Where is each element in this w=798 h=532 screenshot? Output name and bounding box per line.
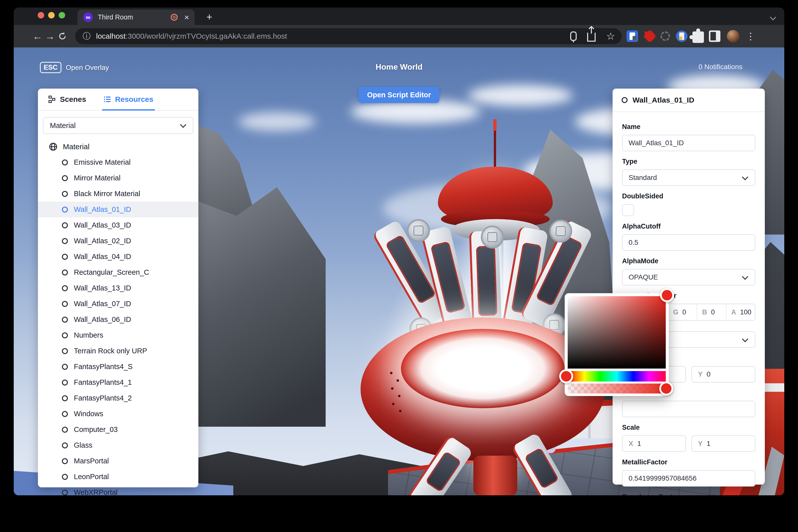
tab-scenes[interactable]: Scenes: [49, 89, 86, 110]
channel-a-input[interactable]: A100: [726, 304, 755, 320]
material-circle-icon: [62, 238, 68, 244]
channel-b-input[interactable]: B0: [697, 304, 726, 320]
titlebar: ∞ Third Room × +: [14, 7, 784, 25]
close-window-button[interactable]: [38, 12, 44, 18]
alpha-slider[interactable]: [568, 383, 666, 394]
list-item-label: Wall_Atlas_13_ID: [74, 284, 131, 292]
tree-root-material[interactable]: Material: [38, 136, 198, 154]
channel-g-input[interactable]: G0: [668, 304, 697, 320]
channel-value: 0: [711, 308, 715, 316]
world-title: Home World: [376, 62, 422, 72]
scale-y-input[interactable]: Y1: [691, 435, 755, 452]
torus-ring-light: [401, 329, 565, 408]
tab-resources[interactable]: Resources: [103, 89, 153, 110]
scene-hierarchy-icon: [49, 96, 56, 103]
material-circle-icon: [62, 364, 68, 370]
material-circle-icon: [62, 207, 68, 213]
hue-handle[interactable]: [559, 369, 573, 383]
tower-lower-cylinder: [473, 456, 517, 495]
list-item[interactable]: Terrain Rock only URP: [38, 343, 198, 359]
material-list: Emissive MaterialMirror MaterialBlack Mi…: [38, 154, 198, 495]
list-item[interactable]: FantasyPlants4_S: [38, 359, 198, 375]
extensions-puzzle-icon[interactable]: [692, 32, 704, 43]
hue-slider[interactable]: [568, 371, 666, 382]
red-diamond-extension-icon[interactable]: [643, 30, 657, 43]
scale-x-value: 1: [637, 440, 641, 448]
reload-button[interactable]: [56, 30, 69, 42]
share-icon[interactable]: [587, 33, 596, 42]
metallic-factor-input[interactable]: 0.5419999957084656: [622, 470, 755, 487]
material-circle-icon: [62, 317, 68, 323]
saturation-value-area[interactable]: [568, 296, 666, 368]
site-info-icon[interactable]: ⓘ: [82, 31, 91, 42]
microphone-icon[interactable]: [570, 32, 577, 41]
name-input[interactable]: Wall_Atlas_01_ID: [622, 135, 755, 151]
list-item[interactable]: Wall_Atlas_01_ID: [38, 202, 198, 217]
list-item[interactable]: Numbers: [38, 327, 198, 343]
list-item[interactable]: Wall_Atlas_03_ID: [38, 217, 198, 233]
material-circle-icon: [62, 191, 68, 197]
list-item[interactable]: Wall_Atlas_07_ID: [38, 296, 198, 312]
list-item[interactable]: Glass: [38, 437, 198, 453]
recycle-extension-icon[interactable]: [660, 31, 671, 42]
url-bar[interactable]: ⓘ localhost:3000/world/!vjrzmTVOcyIsLgaA…: [75, 28, 622, 44]
material-circle-icon: [62, 159, 68, 166]
browser-tab[interactable]: ∞ Third Room ×: [77, 10, 195, 25]
panel-tabs: Scenes Resources: [38, 89, 198, 111]
browser-menu-icon[interactable]: ⋮: [746, 31, 755, 42]
list-item[interactable]: Wall_Atlas_13_ID: [38, 280, 198, 296]
alpha-mode-select[interactable]: OPAQUE: [622, 269, 755, 285]
material-circle-icon: [62, 348, 68, 354]
sv-handle[interactable]: [660, 288, 674, 302]
globe-icon: [49, 142, 57, 151]
resource-type-select[interactable]: Material: [43, 117, 193, 134]
list-item[interactable]: Rectangular_Screen_C: [38, 265, 198, 280]
list-item[interactable]: LeonPortal: [38, 469, 198, 484]
browser-toolbar: ← → ⓘ localhost:3000/world/!vjrzmTVOcyIs…: [14, 25, 784, 48]
notifications-counter[interactable]: 0 Notifications: [699, 63, 742, 71]
document-extension-icon[interactable]: [676, 31, 687, 42]
scale-label: Scale: [622, 424, 755, 432]
alpha-cutoff-input[interactable]: 0.5: [622, 234, 755, 251]
list-item[interactable]: Emissive Material: [38, 154, 198, 170]
tab-search-chevron-icon[interactable]: [770, 14, 776, 20]
sidebar-toggle-icon[interactable]: [709, 31, 720, 42]
fullscreen-window-button[interactable]: [59, 12, 65, 18]
list-item[interactable]: Mirror Material: [38, 170, 198, 186]
list-item[interactable]: Wall_Atlas_06_ID: [38, 312, 198, 327]
tab-title: Third Room: [98, 14, 171, 21]
list-item-label: Rectangular_Screen_C: [74, 268, 149, 277]
third-room-favicon: ∞: [83, 13, 93, 22]
world-3d-viewport[interactable]: ESC Open Overlay Home World 0 Notificati…: [14, 48, 784, 495]
list-item-label: MarsPortal: [74, 457, 109, 465]
alpha-handle[interactable]: [659, 382, 673, 396]
list-item[interactable]: Wall_Atlas_02_ID: [38, 233, 198, 249]
list-item[interactable]: Computer_03: [38, 422, 198, 437]
scale-x-input[interactable]: X1: [622, 435, 686, 452]
bookmark-star-icon[interactable]: ☆: [606, 31, 615, 42]
list-item[interactable]: FantasyPlants4_2: [38, 390, 198, 406]
double-sided-checkbox[interactable]: [622, 204, 634, 216]
forward-button[interactable]: →: [44, 30, 56, 42]
list-item[interactable]: Windows: [38, 406, 198, 422]
list-item[interactable]: FantasyPlants4_1: [38, 375, 198, 390]
tab-close-icon[interactable]: ×: [184, 13, 189, 21]
rotation-input[interactable]: [622, 401, 755, 417]
new-tab-button[interactable]: +: [203, 11, 215, 23]
minimize-window-button[interactable]: [48, 12, 55, 18]
type-select[interactable]: Standard: [622, 169, 755, 186]
back-button[interactable]: ←: [31, 30, 44, 42]
open-overlay-hint[interactable]: ESC Open Overlay: [40, 62, 109, 73]
properties-header: Wall_Atlas_01_ID: [613, 89, 765, 112]
password-manager-extension-icon[interactable]: [627, 31, 638, 42]
list-item[interactable]: Wall_Atlas_04_ID: [38, 249, 198, 265]
offset-y-input[interactable]: Y0: [691, 366, 755, 382]
list-item[interactable]: MarsPortal: [38, 453, 198, 469]
cloud: [468, 85, 573, 106]
profile-avatar[interactable]: [727, 30, 739, 42]
list-item[interactable]: Black Mirror Material: [38, 186, 198, 202]
open-script-editor-button[interactable]: Open Script Editor: [359, 87, 439, 103]
url-path: :3000/world/!vjrzmTVOcyIsLgaAkA:call.ems…: [126, 32, 287, 40]
list-item[interactable]: WebXRPortal: [38, 484, 198, 495]
channel-key: A: [732, 308, 736, 316]
